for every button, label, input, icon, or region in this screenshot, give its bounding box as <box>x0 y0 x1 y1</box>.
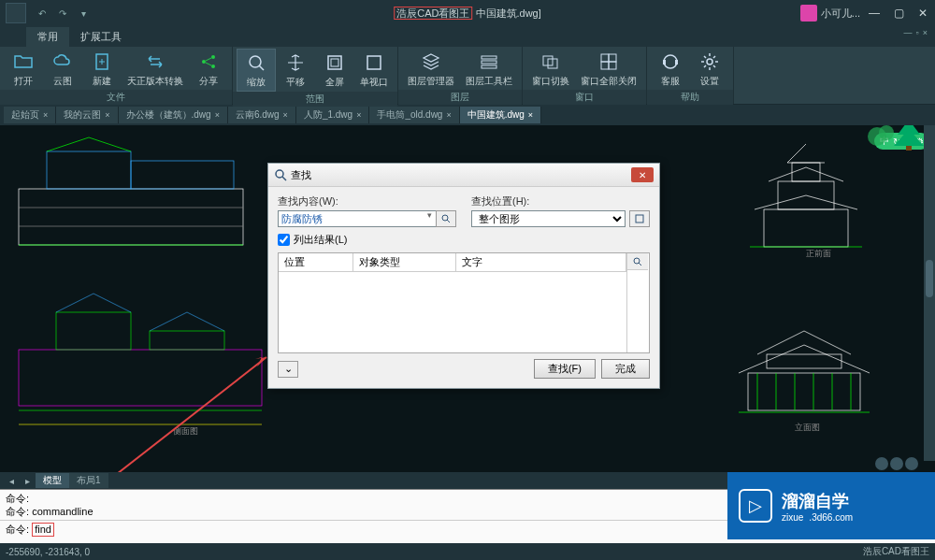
tab-close-icon[interactable]: × <box>105 110 109 120</box>
svg-rect-26 <box>19 189 243 245</box>
tab-close-icon[interactable]: × <box>283 110 288 120</box>
find-button[interactable]: 查找(F) <box>534 359 596 379</box>
find-content-label: 查找内容(W): <box>278 194 456 208</box>
ribbon-btn-support[interactable]: 客服 <box>651 49 690 90</box>
doc-tab[interactable]: 中国建筑.dwg× <box>460 107 541 123</box>
svg-point-56 <box>276 170 283 178</box>
ribbon-btn-folder[interactable]: 打开 <box>4 49 43 90</box>
svg-line-57 <box>282 177 286 180</box>
coordinate-readout: -255690, -231643, 0 <box>6 547 90 557</box>
user-name: 小可儿... <box>821 7 860 21</box>
minimize-button[interactable]: — <box>862 4 886 22</box>
ribbon-group: 窗口切换窗口全部关闭窗口 <box>523 47 647 104</box>
user-area[interactable]: 小可儿... <box>800 5 860 22</box>
mdi-minimize-icon[interactable]: — <box>904 28 913 37</box>
doc-tab[interactable]: 起始页× <box>4 107 56 123</box>
watermark-badge: ▷ 溜溜自学 zixue .3d66.com <box>727 472 935 539</box>
ribbon-btn-share[interactable]: 分享 <box>189 49 228 90</box>
maximize-button[interactable]: ▢ <box>886 4 911 22</box>
svg-point-5 <box>211 65 215 68</box>
view-cube[interactable] <box>875 457 918 470</box>
ribbon-btn-zoom[interactable]: 缩放 <box>237 49 276 92</box>
svg-rect-13 <box>482 56 496 59</box>
ribbon-btn-cloud[interactable]: 云图 <box>43 49 82 90</box>
ribbon-tab-common[interactable]: 常用 <box>26 27 69 47</box>
qat-redo-icon[interactable]: ↷ <box>56 7 69 20</box>
fullscreen-icon <box>324 51 346 74</box>
ribbon-btn-viewport[interactable]: 单视口 <box>354 49 394 92</box>
dialog-close-button[interactable]: ✕ <box>631 167 654 182</box>
results-panel: 位置 对象类型 文字 <box>278 252 650 353</box>
pick-area-button[interactable] <box>629 210 650 227</box>
doc-tab[interactable]: 手电筒_old.dwg× <box>369 107 459 123</box>
vertical-scrollbar[interactable] <box>924 125 935 461</box>
mdi-close-icon[interactable]: × <box>923 28 928 37</box>
mdi-restore-icon[interactable]: ▫ <box>916 28 919 37</box>
zoom-result-button[interactable] <box>627 253 648 270</box>
layout-tab-layout1[interactable]: 布局1 <box>69 473 108 488</box>
pick-icon <box>634 213 645 224</box>
close-button[interactable]: ✕ <box>911 4 935 22</box>
dialog-title-bar[interactable]: 查找 ✕ <box>268 164 659 187</box>
list-results-checkbox[interactable] <box>278 234 290 246</box>
ribbon-btn-pan[interactable]: 平移 <box>276 49 315 92</box>
support-icon <box>659 50 682 73</box>
status-bar: -255690, -231643, 0 浩辰CAD看图王 <box>0 543 935 560</box>
doc-tab[interactable]: 我的云图× <box>56 107 118 123</box>
svg-rect-24 <box>675 60 678 65</box>
ribbon-btn-layers[interactable]: 图层管理器 <box>402 49 460 90</box>
find-location-select[interactable]: 整个图形 <box>471 210 626 227</box>
qat-undo-icon[interactable]: ↶ <box>36 7 49 20</box>
col-type[interactable]: 对象类型 <box>353 253 456 271</box>
ribbon-tab-extend[interactable]: 扩展工具 <box>69 27 133 47</box>
share-icon <box>197 50 220 73</box>
settings-icon <box>698 50 721 73</box>
ribbon-btn-settings[interactable]: 设置 <box>690 49 729 90</box>
svg-rect-18 <box>601 54 609 62</box>
col-position[interactable]: 位置 <box>279 253 353 271</box>
expand-options-button[interactable]: ⌄ <box>278 361 298 378</box>
col-text[interactable]: 文字 <box>456 253 626 271</box>
folder-icon <box>12 50 35 73</box>
ribbon-btn-closeall[interactable]: 窗口全部关闭 <box>575 49 642 90</box>
qat-dropdown-icon[interactable]: ▾ <box>77 7 90 20</box>
doc-tab[interactable]: 人防_1.dwg× <box>296 107 370 123</box>
tab-close-icon[interactable]: × <box>446 110 451 120</box>
ribbon-btn-convert[interactable]: 天正版本转换 <box>122 49 189 90</box>
ribbon-btn-new[interactable]: 新建 <box>82 49 122 90</box>
svg-rect-53 <box>906 146 912 151</box>
ribbon-btn-fullscreen[interactable]: 全屏 <box>315 49 354 92</box>
tab-close-icon[interactable]: × <box>215 110 220 120</box>
status-app-name: 浩辰CAD看图王 <box>863 545 929 558</box>
tab-close-icon[interactable]: × <box>356 110 361 120</box>
ribbon-group: 图层管理器图层工具栏图层 <box>398 47 523 104</box>
done-button[interactable]: 完成 <box>601 359 650 379</box>
find-content-input[interactable] <box>278 210 439 227</box>
elevation-label: 正前面 <box>806 249 831 258</box>
layout-prev-icon[interactable]: ◂ <box>4 475 20 487</box>
layout-tab-model[interactable]: 模型 <box>36 473 69 488</box>
ribbon-btn-winswitch[interactable]: 窗口切换 <box>526 49 575 90</box>
watermark-title: 溜溜自学 <box>782 490 853 512</box>
closeall-icon <box>597 50 620 73</box>
new-icon <box>91 50 113 73</box>
doc-tab[interactable]: 云南6.dwg× <box>228 107 296 123</box>
svg-line-59 <box>447 220 450 223</box>
svg-point-4 <box>211 55 215 59</box>
svg-line-62 <box>639 263 641 266</box>
ribbon-group-label: 帮助 <box>647 90 733 105</box>
find-options-button[interactable] <box>436 210 456 227</box>
doc-tab[interactable]: 办公楼（建筑）.dwg× <box>119 107 228 123</box>
document-tabs: 起始页×我的云图×办公楼（建筑）.dwg×云南6.dwg×人防_1.dwg×手电… <box>0 105 935 125</box>
layout-next-icon[interactable]: ▸ <box>20 475 36 487</box>
svg-rect-15 <box>482 65 496 68</box>
command-input-highlight[interactable]: find <box>32 523 54 537</box>
svg-rect-19 <box>609 54 616 62</box>
tab-close-icon[interactable]: × <box>43 110 48 120</box>
dialog-title-text: 查找 <box>291 168 311 182</box>
ribbon-group-label: 窗口 <box>523 90 646 105</box>
ribbon-btn-layertool[interactable]: 图层工具栏 <box>460 49 518 90</box>
tab-close-icon[interactable]: × <box>528 110 533 120</box>
svg-point-55 <box>879 125 894 140</box>
watermark-logo-icon: ▷ <box>739 489 772 523</box>
